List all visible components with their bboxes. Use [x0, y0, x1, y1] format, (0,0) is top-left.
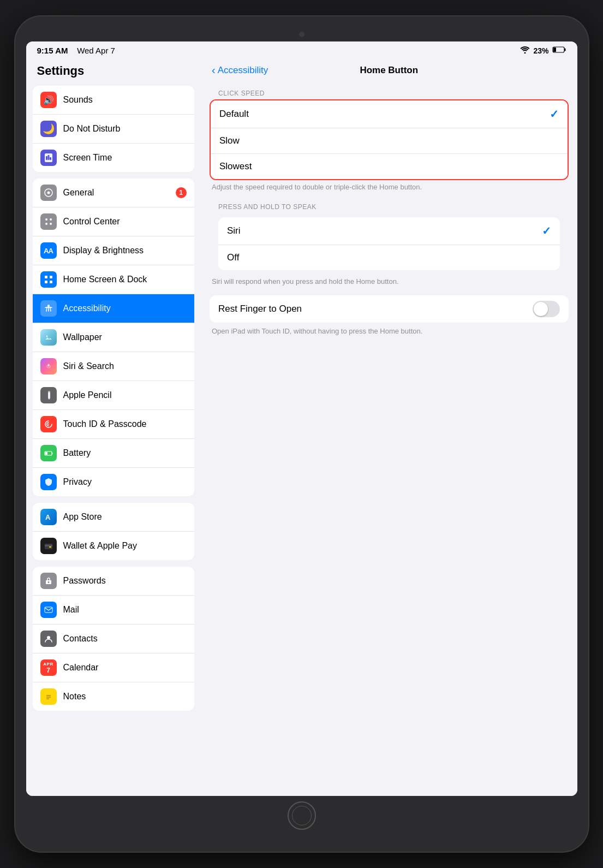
press-hold-footer: Siri will respond when you press and hol…: [210, 275, 569, 291]
svg-point-11: [50, 218, 52, 221]
sidebar-item-contacts[interactable]: Contacts: [33, 625, 194, 653]
rest-finger-row: Rest Finger to Open: [210, 295, 569, 323]
sidebar-item-label: Apple Pencil: [63, 390, 187, 400]
wallet-icon: [40, 538, 57, 554]
sidebar-item-app-store[interactable]: A App Store: [33, 503, 194, 532]
contacts-icon: [40, 631, 57, 647]
mail-icon: [40, 602, 57, 618]
click-speed-default[interactable]: Default ✓: [211, 100, 568, 128]
click-speed-footer: Adjust the speed required to double or t…: [210, 180, 569, 197]
back-chevron-icon: ‹: [212, 64, 216, 76]
sidebar-title: Settings: [26, 57, 201, 82]
notes-icon: [40, 688, 57, 705]
svg-text:A: A: [45, 513, 51, 521]
sidebar-item-label: Siri & Search: [63, 361, 187, 371]
press-hold-siri[interactable]: Siri ✓: [218, 217, 560, 245]
svg-rect-25: [52, 453, 53, 454]
page-title: Home Button: [360, 65, 418, 76]
sidebar-item-wallpaper[interactable]: Wallpaper: [33, 323, 194, 352]
sidebar-item-screen-time[interactable]: Screen Time: [33, 144, 194, 172]
nav-bar: ‹ Accessibility Home Button: [201, 57, 577, 83]
privacy-icon: [40, 474, 57, 490]
sidebar-item-label: Display & Brightness: [63, 246, 187, 255]
press-hold-header: PRESS AND HOLD TO SPEAK: [210, 199, 569, 213]
svg-point-12: [45, 223, 47, 225]
svg-rect-29: [45, 545, 52, 546]
status-right-icons: 23%: [520, 46, 566, 55]
sidebar-item-label: Accessibility: [63, 304, 187, 313]
sidebar-item-label: App Store: [63, 512, 187, 522]
sidebar-item-control-center[interactable]: Control Center: [33, 207, 194, 236]
sidebar-item-siri-search[interactable]: Siri & Search: [33, 352, 194, 381]
press-hold-siri-label: Siri: [227, 225, 542, 236]
click-speed-section: Default ✓ Slow Slowest: [210, 99, 569, 180]
sidebar-section-4: Passwords Mail: [33, 567, 194, 711]
sidebar-item-label: Passwords: [63, 576, 187, 586]
app-store-icon: A: [40, 509, 57, 525]
apple-pencil-icon: [40, 387, 57, 403]
sidebar-item-privacy[interactable]: Privacy: [33, 468, 194, 496]
battery-icon: [40, 445, 57, 461]
rest-finger-label: Rest Finger to Open: [218, 304, 533, 314]
back-button[interactable]: ‹ Accessibility: [212, 64, 268, 76]
press-hold-container: PRESS AND HOLD TO SPEAK Siri ✓ Off Siri …: [210, 199, 569, 291]
wifi-icon: [520, 46, 530, 55]
home-button-area: [288, 801, 316, 830]
sidebar-item-home-screen-dock[interactable]: Home Screen & Dock: [33, 265, 194, 294]
sidebar-item-label: Battery: [63, 448, 187, 458]
sidebar-item-do-not-disturb[interactable]: 🌙 Do Not Disturb: [33, 115, 194, 144]
svg-rect-26: [45, 452, 47, 455]
sidebar-item-battery[interactable]: Battery: [33, 439, 194, 468]
sidebar-item-wallet-apple-pay[interactable]: Wallet & Apple Pay: [33, 532, 194, 560]
sidebar-item-general[interactable]: General 1: [33, 179, 194, 207]
sidebar-item-label: Sounds: [63, 95, 187, 105]
sidebar-item-sounds[interactable]: 🔊 Sounds: [33, 86, 194, 115]
svg-rect-14: [45, 276, 47, 278]
screen: 9:15 AM Wed Apr 7 23%: [26, 41, 577, 796]
sidebar: Settings 🔊 Sounds 🌙 Do Not Disturb: [26, 57, 201, 796]
press-hold-section: Siri ✓ Off: [218, 217, 560, 270]
click-speed-slowest-label: Slowest: [219, 161, 559, 172]
sounds-icon: 🔊: [40, 92, 57, 108]
sidebar-item-display-brightness[interactable]: AA Display & Brightness: [33, 236, 194, 265]
home-button-inner: [292, 806, 312, 825]
svg-rect-17: [50, 281, 52, 283]
sidebar-item-accessibility[interactable]: Accessibility: [33, 294, 194, 323]
do-not-disturb-icon: 🌙: [40, 121, 57, 137]
sidebar-item-label: Wallpaper: [63, 332, 187, 342]
click-speed-slowest[interactable]: Slowest: [211, 154, 568, 179]
sidebar-item-notes[interactable]: Notes: [33, 682, 194, 711]
sidebar-item-label: Control Center: [63, 217, 187, 227]
battery-icon: [552, 46, 566, 55]
general-icon: [40, 185, 57, 201]
display-brightness-icon: AA: [40, 242, 57, 259]
sidebar-section-2: General 1 Control Center: [33, 179, 194, 496]
passwords-icon: [40, 573, 57, 589]
main-content: ‹ Accessibility Home Button CLICK SPEED …: [201, 57, 577, 796]
content-area: Settings 🔊 Sounds 🌙 Do Not Disturb: [26, 57, 577, 796]
ipad-frame: 9:15 AM Wed Apr 7 23%: [15, 16, 588, 852]
rest-finger-toggle[interactable]: [533, 301, 560, 317]
sidebar-item-label: Privacy: [63, 477, 187, 487]
sidebar-item-touch-id-passcode[interactable]: Touch ID & Passcode: [33, 410, 194, 439]
sidebar-item-calendar[interactable]: APR 7 Calendar: [33, 653, 194, 682]
click-speed-slow[interactable]: Slow: [211, 128, 568, 154]
sidebar-item-label: Home Screen & Dock: [63, 275, 187, 284]
svg-rect-2: [564, 49, 566, 51]
svg-rect-7: [50, 157, 51, 160]
svg-point-13: [50, 223, 52, 225]
sidebar-item-label: Calendar: [63, 663, 187, 673]
wallpaper-icon: [40, 329, 57, 346]
svg-point-19: [46, 336, 47, 337]
sidebar-item-label: General: [63, 188, 176, 198]
battery-percent: 23%: [533, 46, 548, 55]
press-hold-off[interactable]: Off: [218, 245, 560, 270]
home-button[interactable]: [288, 801, 316, 830]
sidebar-item-mail[interactable]: Mail: [33, 596, 194, 625]
touch-id-icon: [40, 416, 57, 432]
sidebar-item-passwords[interactable]: Passwords: [33, 567, 194, 596]
svg-point-18: [47, 305, 50, 307]
default-checkmark: ✓: [550, 108, 559, 121]
sidebar-item-apple-pencil[interactable]: Apple Pencil: [33, 381, 194, 410]
svg-rect-3: [553, 47, 556, 52]
